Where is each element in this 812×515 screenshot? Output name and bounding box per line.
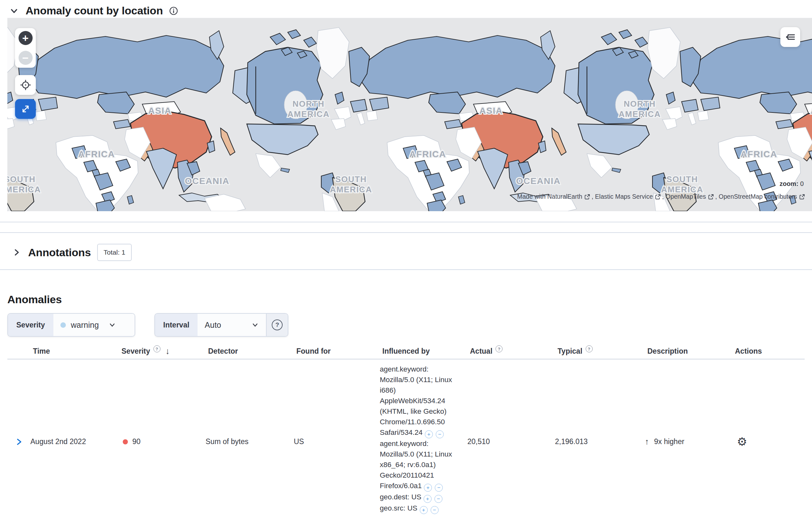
add-filter-icon[interactable]: + — [420, 506, 428, 514]
severity-filter-select[interactable]: warning — [53, 314, 135, 336]
anomaly-map[interactable]: ASIA NORTH AMERICA AFRICA OCEANIA SOUTH … — [7, 18, 812, 211]
attribution-openmaptiles-link[interactable]: , OpenMapTiles — [662, 193, 706, 200]
remove-filter-icon[interactable]: − — [434, 495, 442, 503]
time-cell: August 2nd 2022 — [30, 437, 119, 446]
chevron-down-icon — [108, 321, 116, 329]
column-header-severity[interactable]: Severity ? ↓ — [119, 346, 206, 356]
actual-help-icon[interactable]: ? — [495, 345, 502, 353]
table-row: August 2nd 2022 90 Sum of bytes US agent… — [7, 359, 805, 515]
typical-help-icon[interactable]: ? — [586, 345, 593, 353]
column-header-description: Description — [645, 347, 732, 356]
interval-help-button[interactable]: ? — [266, 314, 288, 336]
info-icon[interactable] — [169, 6, 178, 15]
influencer-text: geo.src: US — [380, 504, 417, 512]
expand-icon — [20, 103, 31, 114]
crosshair-icon — [20, 79, 31, 91]
critical-severity-dot-icon — [123, 439, 128, 445]
chevron-right-icon — [14, 437, 23, 446]
interval-filter-label: Interval — [155, 314, 198, 336]
arrow-up-icon: ↑ — [645, 437, 649, 447]
attribution-elastic-maps-link[interactable]: , Elastic Maps Service — [591, 193, 653, 200]
external-link-icon — [584, 194, 590, 200]
gear-icon[interactable]: ⚙ — [737, 435, 747, 449]
interval-filter-value: Auto — [205, 321, 221, 330]
column-header-time[interactable]: Time — [30, 347, 119, 356]
chevron-down-icon — [251, 321, 259, 329]
interval-filter-select[interactable]: Auto — [198, 314, 266, 336]
map-section-header: Anomaly count by location — [9, 4, 178, 17]
expand-map-button[interactable] — [15, 99, 36, 119]
warning-severity-dot-icon — [60, 322, 66, 328]
fit-to-data-button[interactable] — [15, 75, 36, 95]
zoom-status-label: zoom: — [779, 180, 798, 187]
section-divider — [0, 232, 812, 233]
anomalies-title: Anomalies — [7, 293, 62, 306]
influencer-entry: geo.src: US+− — [380, 503, 461, 514]
severity-score: 90 — [132, 437, 141, 446]
influencer-entry: geo.dest: US+− — [380, 492, 461, 503]
world-map-canvas[interactable]: ASIA NORTH AMERICA AFRICA OCEANIA SOUTH … — [7, 18, 812, 211]
map-zoom-status: zoom: 0 — [779, 180, 804, 187]
external-link-icon — [655, 194, 661, 200]
column-header-typical: Typical ? — [555, 347, 645, 356]
add-filter-icon[interactable]: + — [424, 495, 432, 503]
actual-cell: 20,510 — [467, 437, 555, 446]
anomalies-filters: Severity warning Interval Auto ? — [7, 313, 288, 337]
chevron-down-icon[interactable] — [9, 6, 19, 16]
influenced-by-cell: agent.keyword: Mozilla/5.0 (X11; Linux i… — [380, 359, 461, 515]
remove-filter-icon[interactable]: − — [435, 484, 443, 492]
influencer-entry: agent.keyword: Mozilla/5.0 (X11; Linux x… — [380, 438, 461, 492]
influencer-text: agent.keyword: Mozilla/5.0 (X11; Linux i… — [380, 365, 452, 436]
influencer-text: geo.dest: US — [380, 493, 422, 501]
remove-filter-icon[interactable]: − — [431, 506, 439, 514]
collapse-legend-button[interactable] — [780, 27, 800, 47]
severity-filter-value: warning — [71, 321, 99, 330]
map-attribution: Made with NaturalEarth , Elastic Maps Se… — [517, 193, 806, 200]
attribution-naturalearth-link[interactable]: Made with NaturalEarth — [517, 193, 582, 200]
severity-filter-label: Severity — [8, 314, 53, 336]
attribution-openstreetmap-link[interactable]: , OpenStreetMap contributors — [715, 193, 797, 200]
column-header-actions: Actions — [732, 347, 805, 356]
menu-left-icon — [784, 31, 796, 43]
column-header-actual: Actual ? — [467, 347, 555, 356]
description-cell: ↑ 9x higher — [645, 437, 732, 447]
severity-cell: 90 — [119, 437, 206, 446]
sort-desc-icon: ↓ — [166, 346, 170, 356]
detector-cell: Sum of bytes — [206, 437, 294, 446]
annotations-total-badge: Total: 1 — [97, 244, 132, 261]
zoom-status-value: 0 — [800, 180, 804, 187]
anomaly-explorer-page: Anomaly count by location — [0, 0, 812, 515]
annotations-section-header: Annotations Total: 1 — [11, 243, 132, 262]
anomalies-section-header: Anomalies — [7, 293, 62, 306]
typical-cell: 2,196.013 — [555, 437, 645, 446]
description-text: 9x higher — [654, 437, 685, 446]
annotations-title: Annotations — [28, 246, 91, 259]
zoom-in-button[interactable]: + — [19, 31, 33, 45]
map-zoom-controls: + − — [15, 28, 36, 68]
external-link-icon — [799, 194, 805, 200]
column-header-detector: Detector — [206, 347, 294, 356]
chevron-right-icon[interactable] — [11, 247, 22, 258]
anomalies-table: Time Severity ? ↓ Detector Found for Inf… — [7, 343, 805, 515]
zoom-out-button[interactable]: − — [19, 51, 33, 65]
add-filter-icon[interactable]: + — [425, 430, 433, 438]
external-link-icon — [708, 194, 714, 200]
severity-filter-group: Severity warning — [7, 313, 135, 337]
question-mark-icon: ? — [272, 320, 283, 330]
add-filter-icon[interactable]: + — [424, 484, 432, 492]
found-for-cell: US — [294, 437, 380, 446]
anomalies-table-header: Time Severity ? ↓ Detector Found for Inf… — [7, 343, 805, 359]
map-section-title: Anomaly count by location — [26, 4, 163, 17]
section-divider — [0, 269, 812, 270]
expand-row-button[interactable] — [7, 437, 30, 446]
column-header-influenced-by: Influenced by — [380, 347, 467, 356]
influencer-text: agent.keyword: Mozilla/5.0 (X11; Linux x… — [380, 440, 452, 490]
severity-help-icon[interactable]: ? — [153, 345, 161, 353]
remove-filter-icon[interactable]: − — [436, 430, 444, 438]
column-header-found-for: Found for — [294, 347, 380, 356]
interval-filter-group: Interval Auto ? — [154, 313, 289, 337]
section-divider — [0, 222, 812, 222]
actions-cell: ⚙ — [732, 435, 805, 449]
influencer-entry: agent.keyword: Mozilla/5.0 (X11; Linux i… — [380, 364, 461, 438]
